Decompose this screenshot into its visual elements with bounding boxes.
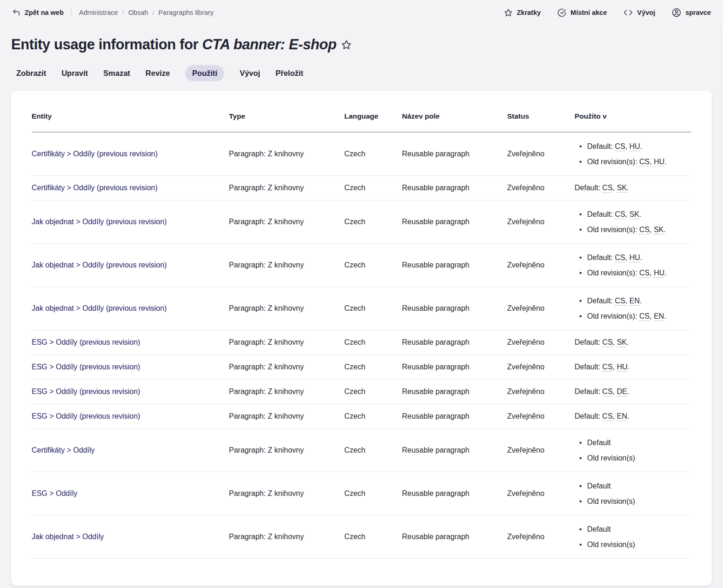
used-in-item: Default: CS, SK. bbox=[575, 336, 684, 348]
entity-link[interactable]: Jak objednat > Oddíly (previous revision… bbox=[32, 304, 167, 312]
cell-entity: ESG > Oddíly (previous revision) bbox=[32, 355, 229, 380]
cell-used-in: Default: CS, HU.Old revision(s): CS, HU. bbox=[575, 132, 691, 176]
used-in-item: Default: CS, EN. bbox=[575, 293, 684, 308]
bookmark-star-icon[interactable] bbox=[341, 40, 352, 50]
cell-status: Zveřejněno bbox=[507, 330, 575, 355]
language-code-ref[interactable]: CS bbox=[615, 297, 625, 306]
language-code-ref[interactable]: CS bbox=[602, 338, 613, 347]
language-code-ref[interactable]: HU bbox=[654, 158, 664, 167]
breadcrumb-item[interactable]: Obsah bbox=[128, 9, 148, 16]
language-code-ref[interactable]: CS bbox=[639, 226, 649, 234]
language-code-ref[interactable]: CS bbox=[639, 269, 649, 278]
cell-field-name: Reusable paragraph bbox=[402, 515, 507, 559]
language-code-ref[interactable]: EN bbox=[654, 312, 664, 321]
language-code-ref[interactable]: CS bbox=[602, 412, 613, 421]
language-code-ref[interactable]: HU bbox=[629, 142, 640, 151]
language-code-ref[interactable]: HU bbox=[654, 269, 664, 278]
cell-type: Paragraph: Z knihovny bbox=[229, 287, 344, 330]
table-row: Jak objednat > Oddíly (previous revision… bbox=[32, 244, 691, 287]
toolbar-action-místní-akce[interactable]: Místní akce bbox=[557, 8, 607, 17]
entity-link[interactable]: Jak objednat > Oddíly bbox=[32, 533, 104, 541]
cell-type: Paragraph: Z knihovny bbox=[229, 355, 344, 380]
entity-link[interactable]: ESG > Oddíly (previous revision) bbox=[32, 412, 140, 420]
star-icon bbox=[504, 8, 513, 17]
tab-vývoj[interactable]: Vývoj bbox=[240, 65, 260, 81]
used-in-item: Old revision(s) bbox=[575, 537, 684, 552]
cell-status: Zveřejněno bbox=[507, 244, 575, 287]
cell-type: Paragraph: Z knihovny bbox=[229, 200, 344, 244]
usage-label: Default: bbox=[575, 184, 602, 192]
usage-label: Default: bbox=[587, 210, 615, 218]
tab-revize[interactable]: Revize bbox=[146, 65, 170, 81]
language-code-ref[interactable]: EN bbox=[617, 412, 627, 421]
usage-label: Old revision(s): bbox=[587, 226, 639, 234]
cell-field-name: Reusable paragraph bbox=[402, 176, 507, 200]
language-code-ref[interactable]: CS bbox=[602, 388, 613, 396]
language-code-ref[interactable]: SK bbox=[617, 184, 627, 193]
language-code-ref[interactable]: EN bbox=[629, 297, 640, 306]
language-code-ref[interactable]: CS bbox=[639, 158, 649, 167]
usage-label: Default: bbox=[575, 338, 602, 346]
cell-status: Zveřejněno bbox=[507, 472, 575, 515]
cell-used-in: DefaultOld revision(s) bbox=[575, 429, 691, 472]
cell-field-name: Reusable paragraph bbox=[402, 200, 507, 244]
toolbar-action-spravce[interactable]: spravce bbox=[672, 8, 711, 17]
usage-label: Default: bbox=[575, 388, 602, 395]
breadcrumb-separator: / bbox=[122, 9, 124, 16]
column-header-status: Status bbox=[507, 112, 575, 132]
language-code-ref[interactable]: DE bbox=[617, 388, 627, 396]
cell-language: Czech bbox=[344, 176, 402, 200]
tab-použití[interactable]: Použití bbox=[185, 65, 224, 81]
user-circle-icon bbox=[672, 8, 681, 17]
language-code-ref[interactable]: SK bbox=[617, 338, 627, 347]
entity-link[interactable]: ESG > Oddíly bbox=[32, 489, 77, 497]
entity-usage-table: EntityTypeLanguageNázev poleStatusPoužit… bbox=[32, 112, 691, 559]
language-code-ref[interactable]: SK bbox=[629, 210, 639, 219]
language-code-ref[interactable]: CS bbox=[602, 363, 613, 372]
breadcrumb-item[interactable]: Administrace bbox=[79, 9, 118, 16]
language-code-ref[interactable]: HU bbox=[617, 363, 628, 372]
usage-label: Default: bbox=[575, 412, 602, 420]
used-in-list: Default: CS, EN.Old revision(s): CS, EN. bbox=[575, 293, 684, 324]
page-title-text: Entity usage information for bbox=[11, 36, 202, 53]
used-in-item: Default: CS, HU. bbox=[575, 361, 684, 373]
entity-link[interactable]: Jak objednat > Oddíly (previous revision… bbox=[32, 261, 167, 269]
entity-link[interactable]: Jak objednat > Oddíly (previous revision… bbox=[32, 218, 167, 226]
entity-link[interactable]: Certifikáty > Oddíly (previous revision) bbox=[32, 150, 158, 158]
tab-zobrazit[interactable]: Zobrazit bbox=[16, 65, 46, 81]
entity-link[interactable]: ESG > Oddíly (previous revision) bbox=[32, 363, 140, 371]
entity-link[interactable]: Certifikáty > Oddíly (previous revision) bbox=[32, 184, 158, 192]
used-in-item: Default: CS, HU. bbox=[575, 139, 684, 154]
tab-upravit[interactable]: Upravit bbox=[61, 65, 88, 81]
primary-tabs: ZobrazitUpravitSmazatRevizePoužitíVývojP… bbox=[16, 65, 712, 81]
toolbar-action-vývoj[interactable]: Vývoj bbox=[623, 8, 655, 17]
entity-link[interactable]: Certifikáty > Oddíly bbox=[32, 446, 95, 454]
cell-status: Zveřejněno bbox=[507, 176, 575, 200]
tab-přeložit[interactable]: Přeložit bbox=[275, 65, 303, 81]
toolbar-action-zkratky[interactable]: Zkratky bbox=[504, 8, 541, 17]
cell-status: Zveřejněno bbox=[507, 380, 575, 404]
language-code-ref[interactable]: CS bbox=[602, 184, 613, 193]
language-code-ref[interactable]: CS bbox=[639, 312, 649, 321]
language-code-ref[interactable]: CS bbox=[615, 142, 625, 151]
column-header-použito-v: Použito v bbox=[575, 112, 691, 132]
used-in-item: Default: CS, EN. bbox=[575, 410, 684, 422]
language-code-ref[interactable]: CS bbox=[615, 210, 625, 219]
cell-language: Czech bbox=[344, 132, 402, 176]
toolbar-action-label: Zkratky bbox=[517, 9, 541, 16]
cell-type: Paragraph: Z knihovny bbox=[229, 380, 344, 404]
tab-smazat[interactable]: Smazat bbox=[103, 65, 130, 81]
entity-link[interactable]: ESG > Oddíly (previous revision) bbox=[32, 388, 140, 395]
back-to-site-link[interactable]: Zpět na web bbox=[12, 8, 64, 17]
breadcrumb-separator: / bbox=[152, 9, 154, 16]
cell-entity: Jak objednat > Oddíly bbox=[32, 515, 229, 559]
cell-language: Czech bbox=[344, 515, 402, 559]
used-in-list: Default: CS, SK.Old revision(s): CS, SK. bbox=[575, 207, 684, 237]
cell-status: Zveřejněno bbox=[507, 355, 575, 380]
language-code-ref[interactable]: CS bbox=[615, 254, 625, 262]
entity-link[interactable]: ESG > Oddíly (previous revision) bbox=[32, 338, 140, 346]
language-code-ref[interactable]: HU bbox=[629, 254, 640, 262]
language-code-ref[interactable]: SK bbox=[654, 226, 663, 234]
breadcrumb-item[interactable]: Paragraphs library bbox=[158, 9, 213, 16]
column-header-název-pole: Název pole bbox=[402, 112, 507, 132]
